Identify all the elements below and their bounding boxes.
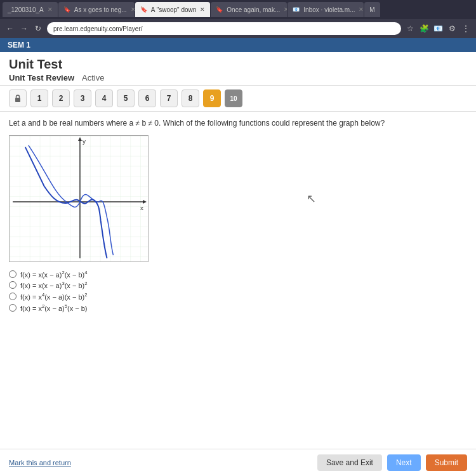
- tab-as-x-goes[interactable]: 🔖 As x goes to neg... ✕: [58, 2, 135, 17]
- tab-once-again-close[interactable]: ✕: [284, 6, 287, 13]
- course-label: SEM 1: [8, 41, 30, 50]
- q-num-8[interactable]: 8: [182, 89, 199, 107]
- tab-swoop-down-close[interactable]: ✕: [200, 6, 205, 13]
- apps-icon[interactable]: ⋮: [461, 23, 471, 34]
- status-badge: Active: [82, 73, 104, 83]
- radio-b[interactable]: [9, 281, 17, 289]
- page-content: SEM 1 Unit Test Unit Test Review Active …: [0, 38, 476, 476]
- mark-return-link[interactable]: Mark this and return: [9, 459, 71, 466]
- q-num-1[interactable]: 1: [30, 89, 48, 107]
- star-icon[interactable]: ☆: [405, 23, 415, 34]
- tab-bar: _1200310_A ✕ 🔖 As x goes to neg... ✕ 🔖 A…: [0, 0, 476, 19]
- tab-once-again-label: Once again, mak...: [227, 6, 280, 13]
- course-header: SEM 1: [0, 38, 476, 52]
- question-area: Let a and b be real numbers where a ≠ b …: [0, 112, 476, 324]
- address-bar: ← → ↻ ☆ 🧩 📧 ⚙ ⋮: [0, 19, 476, 38]
- answer-choice-d[interactable]: f(x) = x2(x − a)5(x − b): [9, 303, 467, 312]
- bottom-buttons: Save and Exit Next Submit: [317, 454, 467, 471]
- tab-swoop-down-label: A "swoop" down: [151, 6, 197, 13]
- answer-choices: f(x) = x(x − a)2(x − b)4 f(x) = x(x − a)…: [9, 270, 467, 312]
- title-section: Unit Test Unit Test Review Active: [0, 52, 476, 86]
- back-icon[interactable]: ←: [5, 23, 15, 34]
- graph-box: y x: [9, 135, 149, 262]
- tab-1200310[interactable]: _1200310_A ✕: [3, 2, 58, 17]
- radio-a[interactable]: [9, 270, 17, 278]
- unit-test-review: Unit Test Review: [9, 73, 74, 83]
- radio-d[interactable]: [9, 304, 17, 312]
- q-num-2[interactable]: 2: [52, 89, 70, 107]
- answer-c-text: f(x) = x4(x − a)(x − b)2: [20, 292, 87, 301]
- graph-container: y x ↖: [9, 135, 467, 262]
- next-button[interactable]: Next: [387, 454, 421, 471]
- submit-button[interactable]: Submit: [426, 454, 467, 471]
- q-num-3[interactable]: 3: [74, 89, 91, 107]
- question-nav: 1 2 3 4 5 6 7 8 9 10: [0, 86, 476, 112]
- tab-inbox[interactable]: 📧 Inbox · violeta.m... ✕: [288, 2, 364, 17]
- browser-chrome: _1200310_A ✕ 🔖 As x goes to neg... ✕ 🔖 A…: [0, 0, 476, 38]
- unit-test-title: Unit Test: [9, 57, 467, 72]
- settings-icon[interactable]: ⚙: [447, 23, 457, 34]
- address-input[interactable]: [47, 22, 401, 35]
- answer-choice-a[interactable]: f(x) = x(x − a)2(x − b)4: [9, 270, 467, 279]
- tab-1200310-close[interactable]: ✕: [48, 6, 53, 13]
- q-num-5[interactable]: 5: [117, 89, 135, 107]
- q-num-10[interactable]: 10: [225, 89, 242, 107]
- tab-swoop-down[interactable]: 🔖 A "swoop" down ✕: [135, 2, 211, 17]
- q-num-4[interactable]: 4: [95, 89, 113, 107]
- q-num-6[interactable]: 6: [138, 89, 156, 107]
- question-text: Let a and b be real numbers where a ≠ b …: [9, 118, 467, 129]
- radio-c[interactable]: [9, 293, 17, 300]
- answer-b-text: f(x) = x(x − a)3(x − b)2: [20, 281, 87, 289]
- tab-as-x-goes-close[interactable]: ✕: [131, 6, 135, 13]
- svg-rect-0: [15, 98, 20, 102]
- tab-1200310-label: _1200310_A: [8, 6, 44, 13]
- cursor-area: ↖: [155, 135, 467, 262]
- tab-inbox-label: Inbox · violeta.m...: [303, 6, 355, 13]
- tab-inbox-close[interactable]: ✕: [359, 6, 364, 13]
- subtitle-row: Unit Test Review Active: [9, 73, 467, 83]
- graph-curve-overlay: [10, 136, 148, 261]
- mail-icon[interactable]: 📧: [433, 23, 443, 34]
- answer-a-text: f(x) = x(x − a)2(x − b)4: [20, 270, 87, 279]
- lock-icon[interactable]: [9, 89, 27, 107]
- save-exit-button[interactable]: Save and Exit: [317, 454, 382, 471]
- q-num-9[interactable]: 9: [203, 89, 221, 107]
- forward-icon[interactable]: →: [19, 23, 29, 34]
- q-num-7[interactable]: 7: [160, 89, 178, 107]
- bottom-bar: Mark this and return Save and Exit Next …: [0, 449, 476, 476]
- extensions-icon[interactable]: 🧩: [419, 23, 429, 34]
- tab-m-label: M: [369, 6, 374, 13]
- refresh-icon[interactable]: ↻: [33, 23, 43, 34]
- answer-choice-c[interactable]: f(x) = x4(x − a)(x − b)2: [9, 292, 467, 301]
- tab-as-x-goes-label: As x goes to neg...: [74, 6, 127, 13]
- answer-d-text: f(x) = x2(x − a)5(x − b): [20, 303, 87, 312]
- answer-choice-b[interactable]: f(x) = x(x − a)3(x − b)2: [9, 281, 467, 289]
- tab-once-again[interactable]: 🔖 Once again, mak... ✕: [211, 2, 287, 17]
- tab-m[interactable]: M: [364, 2, 380, 17]
